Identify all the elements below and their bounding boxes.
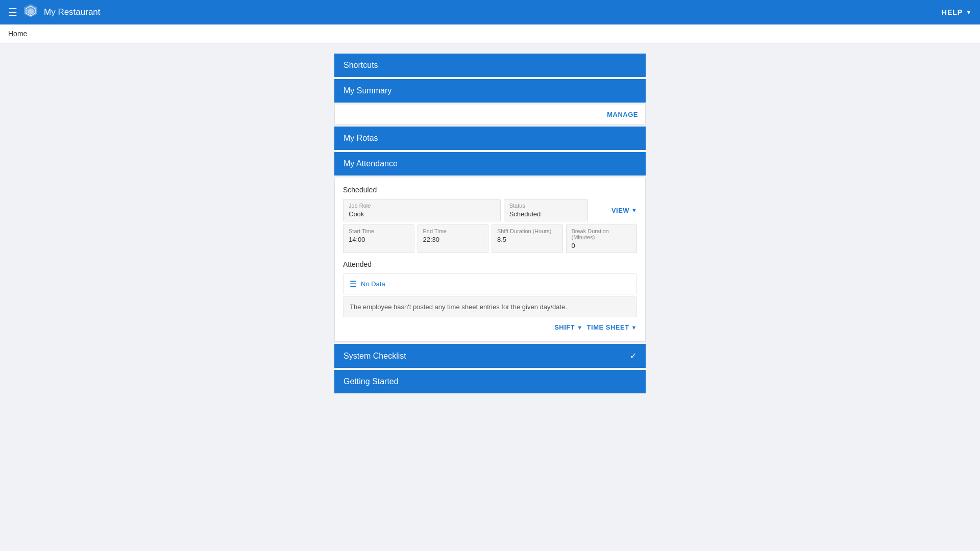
my-summary-title: My Summary bbox=[344, 86, 391, 95]
system-checklist-title: System Checklist bbox=[344, 352, 406, 361]
timesheet-button[interactable]: TIME SHEET ▼ bbox=[587, 323, 637, 331]
breadcrumb: Home bbox=[0, 24, 980, 43]
status-label: Status bbox=[509, 203, 582, 209]
my-rotas-header[interactable]: My Rotas bbox=[334, 127, 646, 150]
view-button[interactable]: VIEW bbox=[609, 207, 631, 214]
timesheet-button-label: TIME SHEET bbox=[587, 323, 629, 331]
job-role-label: Job Role bbox=[349, 203, 495, 209]
shift-duration-field: Shift Duration (Hours) 8.5 bbox=[492, 224, 563, 253]
my-attendance-title: My Attendance bbox=[344, 159, 398, 168]
end-time-label: End Time bbox=[423, 228, 483, 234]
scheduled-block: Scheduled Job Role Cook Status Scheduled… bbox=[343, 186, 637, 253]
job-role-value: Cook bbox=[349, 210, 495, 218]
shortcuts-header[interactable]: Shortcuts bbox=[334, 54, 646, 77]
status-field: Status Scheduled bbox=[504, 199, 588, 221]
end-time-field: End Time 22:30 bbox=[418, 224, 489, 253]
end-time-value: 22:30 bbox=[423, 236, 483, 243]
getting-started-title: Getting Started bbox=[344, 377, 399, 386]
top-navigation: ☰ My Restaurant HELP ▼ bbox=[0, 0, 980, 24]
my-attendance-section: My Attendance Scheduled Job Role Cook St… bbox=[334, 152, 646, 344]
breadcrumb-label: Home bbox=[8, 30, 27, 38]
my-summary-header[interactable]: My Summary bbox=[334, 79, 646, 103]
my-rotas-title: My Rotas bbox=[344, 134, 378, 143]
shift-button-label: SHIFT bbox=[554, 323, 575, 331]
employee-message: The employee hasn't posted any time shee… bbox=[343, 296, 637, 317]
list-icon: ☰ bbox=[350, 279, 357, 289]
action-row: SHIFT ▼ TIME SHEET ▼ bbox=[343, 317, 637, 333]
start-time-value: 14:00 bbox=[349, 236, 409, 243]
view-button-wrap: VIEW ▼ bbox=[591, 199, 637, 221]
job-status-row: Job Role Cook Status Scheduled VIEW ▼ bbox=[343, 199, 637, 221]
status-value: Scheduled bbox=[509, 210, 582, 218]
widget-container: Shortcuts My Summary MANAGE My Rotas My … bbox=[334, 54, 646, 395]
my-summary-body: MANAGE bbox=[334, 105, 646, 124]
shift-duration-value: 8.5 bbox=[497, 236, 557, 243]
start-time-label: Start Time bbox=[349, 228, 409, 234]
timesheet-chevron-icon: ▼ bbox=[631, 324, 637, 331]
help-chevron-icon: ▼ bbox=[966, 9, 972, 16]
scheduled-label: Scheduled bbox=[343, 186, 637, 194]
my-attendance-header[interactable]: My Attendance bbox=[334, 152, 646, 176]
app-title: My Restaurant bbox=[44, 7, 101, 17]
break-duration-label: Break Duration (Minutes) bbox=[572, 228, 632, 240]
help-button[interactable]: HELP bbox=[942, 8, 963, 16]
logo-icon bbox=[23, 4, 38, 21]
break-duration-value: 0 bbox=[572, 242, 632, 249]
system-checklist-header[interactable]: System Checklist ✓ bbox=[334, 344, 646, 368]
attended-block: Attended ☰ No Data The employee hasn't p… bbox=[343, 260, 637, 317]
my-attendance-body: Scheduled Job Role Cook Status Scheduled… bbox=[334, 178, 646, 342]
no-data-text: No Data bbox=[361, 280, 385, 288]
break-duration-field: Break Duration (Minutes) 0 bbox=[566, 224, 638, 253]
shift-duration-label: Shift Duration (Hours) bbox=[497, 228, 557, 234]
manage-button[interactable]: MANAGE bbox=[607, 111, 638, 118]
job-role-field: Job Role Cook bbox=[343, 199, 501, 221]
time-fields-row: Start Time 14:00 End Time 22:30 Shift Du… bbox=[343, 224, 637, 253]
attended-label: Attended bbox=[343, 260, 637, 268]
no-data-row: ☰ No Data bbox=[343, 273, 637, 294]
check-icon: ✓ bbox=[630, 351, 636, 361]
start-time-field: Start Time 14:00 bbox=[343, 224, 414, 253]
my-summary-section: My Summary MANAGE bbox=[334, 79, 646, 124]
shortcuts-title: Shortcuts bbox=[344, 61, 378, 70]
main-content: Shortcuts My Summary MANAGE My Rotas My … bbox=[0, 43, 980, 406]
view-chevron-icon: ▼ bbox=[631, 207, 637, 213]
shift-button[interactable]: SHIFT ▼ bbox=[554, 323, 582, 331]
getting-started-header[interactable]: Getting Started bbox=[334, 370, 646, 393]
shift-chevron-icon: ▼ bbox=[577, 324, 582, 331]
hamburger-icon[interactable]: ☰ bbox=[8, 6, 17, 18]
